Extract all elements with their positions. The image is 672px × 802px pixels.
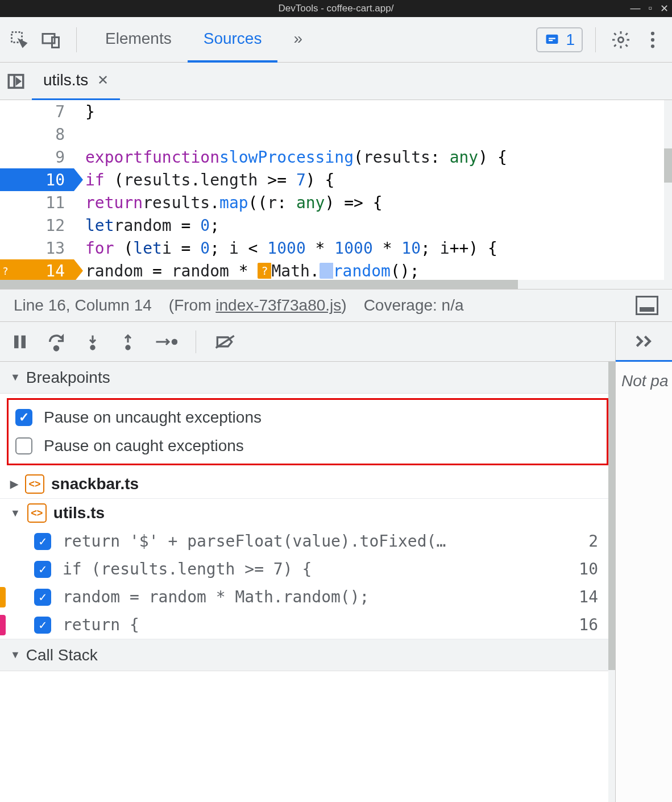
inspect-icon[interactable]: [7, 27, 32, 52]
kebab-menu-icon[interactable]: [640, 27, 665, 52]
step-icon[interactable]: [155, 334, 177, 350]
pause-caught-row[interactable]: Pause on caught exceptions: [13, 432, 602, 460]
pause-uncaught-checkbox[interactable]: [15, 409, 32, 426]
code-line[interactable]: if (results.length >= 7) {: [85, 168, 672, 191]
line-number[interactable]: 13: [0, 237, 74, 259]
callstack-section-header[interactable]: ▼ Call Stack: [0, 639, 615, 671]
settings-icon[interactable]: [608, 27, 633, 52]
line-number[interactable]: 7: [0, 100, 74, 123]
line-number[interactable]: 12: [0, 214, 74, 237]
window-titlebar: DevTools - coffee-cart.app/ — ▫ ✕: [0, 0, 672, 17]
vertical-scrollbar[interactable]: [664, 100, 672, 289]
debugger-right-panel: Not pa: [615, 322, 672, 802]
bp-file-header[interactable]: ▼<>utils.ts: [0, 499, 615, 527]
step-into-icon[interactable]: [84, 332, 101, 352]
svg-point-6: [651, 38, 654, 41]
svg-rect-3: [546, 34, 558, 43]
line-number[interactable]: 11: [0, 191, 74, 214]
svg-rect-10: [14, 335, 19, 348]
svg-point-15: [172, 340, 177, 344]
svg-point-4: [619, 37, 624, 42]
file-tabs-bar: utils.ts ✕: [0, 63, 672, 100]
code-line[interactable]: random = random * ?Math.random();: [85, 259, 672, 282]
step-out-icon[interactable]: [119, 332, 136, 352]
maximize-icon[interactable]: ▫: [649, 2, 652, 15]
source-map-link[interactable]: index-73f73a80.js: [215, 296, 341, 314]
step-over-icon[interactable]: [47, 332, 66, 352]
breakpoints-section-header[interactable]: ▼ Breakpoints: [0, 362, 615, 394]
code-line[interactable]: let random = 0;: [85, 214, 672, 237]
right-panel-more-icon[interactable]: [616, 322, 672, 362]
horizontal-scrollbar[interactable]: [0, 280, 664, 289]
minimize-icon[interactable]: —: [630, 2, 641, 15]
not-paused-message: Not pa: [616, 362, 672, 400]
breakpoint-row[interactable]: return '$' + parseFloat(value).toFixed(……: [0, 527, 615, 555]
svg-point-13: [91, 345, 94, 349]
pause-caught-checkbox[interactable]: [15, 437, 32, 454]
window-title: DevTools - coffee-cart.app/: [279, 3, 394, 14]
issues-badge[interactable]: 1: [536, 27, 583, 52]
coverage-status: Coverage: n/a: [364, 296, 464, 315]
status-bar: Line 16, Column 14 (From index-73f73a80.…: [0, 289, 672, 322]
collapse-triangle-icon: ▼: [10, 371, 20, 383]
collapse-bottom-icon[interactable]: [636, 296, 658, 315]
svg-point-14: [126, 345, 130, 349]
pause-uncaught-row[interactable]: Pause on uncaught exceptions: [13, 403, 602, 432]
device-toggle-icon[interactable]: [39, 27, 64, 52]
svg-rect-11: [22, 335, 26, 348]
breakpoint-checkbox[interactable]: [34, 617, 51, 634]
code-line[interactable]: }: [85, 100, 672, 123]
cursor-position: Line 16, Column 14: [14, 296, 152, 315]
breakpoint-row[interactable]: random = random * Math.random();14: [0, 583, 615, 611]
main-toolbar: Elements Sources » 1: [0, 17, 672, 63]
code-line[interactable]: return results.map((r: any) => {: [85, 191, 672, 214]
svg-point-12: [54, 346, 58, 350]
line-number[interactable]: 9: [0, 146, 74, 168]
collapse-triangle-icon: ▼: [10, 649, 20, 661]
breakpoint-row[interactable]: if (results.length >= 7) {10: [0, 555, 615, 583]
tab-sources[interactable]: Sources: [188, 17, 278, 63]
breakpoint-row[interactable]: return {16: [0, 611, 615, 639]
line-number[interactable]: 8: [0, 123, 74, 146]
file-tab-utils[interactable]: utils.ts ✕: [32, 63, 120, 100]
svg-point-7: [651, 44, 654, 48]
navigator-toggle-icon[interactable]: [0, 65, 32, 97]
code-editor[interactable]: 7891011121314?1516·· }export function sl…: [0, 100, 672, 289]
line-number[interactable]: 14?: [0, 259, 74, 282]
code-line[interactable]: for (let i = 0; i < 1000 * 1000 * 10; i+…: [85, 237, 672, 259]
code-line[interactable]: export function slowProcessing(results: …: [85, 146, 672, 168]
bp-file-header[interactable]: ▶<>snackbar.ts: [0, 470, 615, 498]
breakpoint-checkbox[interactable]: [34, 561, 51, 578]
more-tabs-icon[interactable]: »: [277, 17, 318, 63]
breakpoint-checkbox[interactable]: [34, 589, 51, 606]
svg-point-5: [651, 31, 654, 35]
breakpoint-checkbox[interactable]: [34, 533, 51, 550]
pause-icon[interactable]: [11, 332, 28, 352]
code-line[interactable]: [85, 123, 672, 146]
close-tab-icon[interactable]: ✕: [97, 72, 109, 88]
debug-toolbar: [0, 322, 615, 362]
tab-elements[interactable]: Elements: [89, 17, 188, 63]
line-number[interactable]: 10: [0, 168, 74, 191]
exception-breakpoints-box: Pause on uncaught exceptions Pause on ca…: [7, 398, 608, 465]
close-window-icon[interactable]: ✕: [660, 2, 669, 15]
deactivate-breakpoints-icon[interactable]: [214, 333, 237, 351]
